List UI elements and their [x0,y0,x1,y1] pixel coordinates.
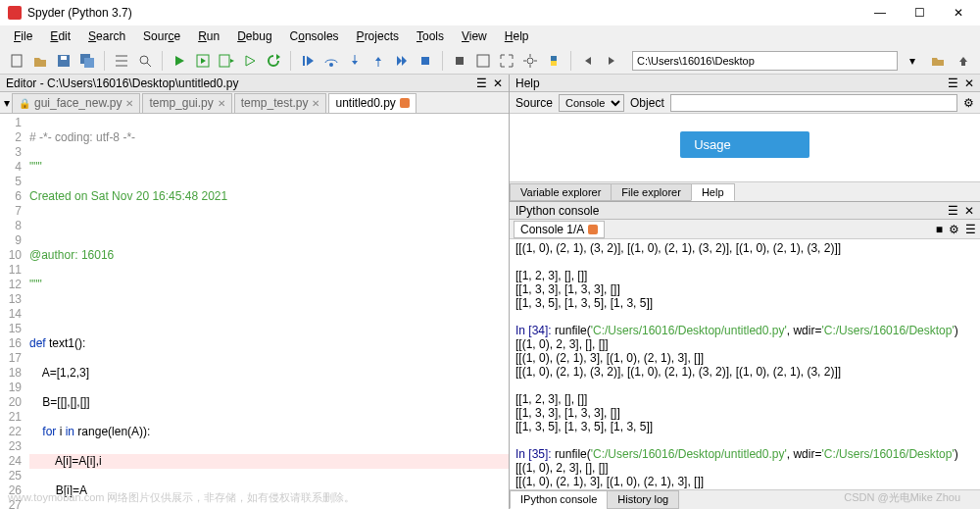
stop-debug-icon[interactable] [415,50,436,72]
find-icon[interactable] [134,50,156,72]
menu-search[interactable]: Search [80,27,133,45]
menu-file[interactable]: File [6,27,40,45]
tab-history-log[interactable]: History log [607,490,679,509]
console-output[interactable]: [[(1, 0), (2, 1), (3, 2)], [(1, 0), (2, … [510,239,980,489]
editor-header-label: Editor - C:\Users\16016\Desktop\untitled… [6,76,238,90]
svg-rect-25 [477,55,489,67]
help-source-select[interactable]: Console [559,94,624,112]
menu-tools[interactable]: Tools [409,27,452,45]
help-close-icon[interactable]: ✕ [964,76,974,90]
svg-point-26 [527,58,533,64]
debug-icon[interactable] [297,50,318,72]
svg-marker-27 [585,57,591,65]
svg-rect-30 [961,62,965,66]
outline-icon[interactable] [111,50,132,72]
editor-pane: Editor - C:\Users\16016\Desktop\untitled… [0,75,510,509]
svg-marker-12 [246,56,255,66]
editor-tab-temp-gui[interactable]: temp_gui.py ✕ [142,93,231,113]
forward-icon[interactable] [601,50,622,72]
menu-help[interactable]: Help [497,27,537,45]
fullscreen-icon[interactable] [496,50,517,72]
run-selection-icon[interactable] [239,50,261,72]
tab-variable-explorer[interactable]: Variable explorer [510,183,612,201]
open-file-icon[interactable] [29,50,51,72]
maximize-pane-icon[interactable] [472,50,494,72]
close-tab-icon[interactable]: ✕ [125,98,133,109]
console-tab-1a[interactable]: Console 1/A [514,221,605,238]
run-icon[interactable] [169,50,190,72]
editor-tab-gui-face-new[interactable]: gui_face_new.py ✕ [12,93,140,113]
help-body: Usage [510,114,980,181]
menu-source[interactable]: Source [135,27,188,45]
run-cell-icon[interactable] [192,50,214,72]
tab-ipython-console[interactable]: IPython console [510,490,608,509]
menu-edit[interactable]: Edit [42,27,78,45]
editor-close-icon[interactable]: ✕ [493,76,503,90]
svg-marker-11 [230,59,234,63]
minimize-button[interactable]: — [866,6,894,20]
help-gear-icon[interactable]: ⚙ [963,96,974,110]
preferences-icon[interactable] [519,50,541,72]
console-interrupt-icon[interactable]: ■ [936,223,943,236]
back-icon[interactable] [577,50,599,72]
ipython-console-pane: IPython console ☰ ✕ Console 1/A ■ ⚙ ☰ [[… [510,202,980,509]
tab-file-explorer[interactable]: File explorer [611,183,692,201]
lock-icon [19,96,30,110]
svg-marker-28 [609,57,614,65]
tab-list-icon[interactable]: ▾ [4,96,10,110]
help-object-label: Object [630,96,664,110]
svg-rect-10 [220,55,229,67]
editor-tab-temp-test[interactable]: temp_test.py ✕ [234,93,327,113]
editor-tab-untitled0[interactable]: untitled0.py [328,93,416,113]
console-tab-close-icon[interactable] [588,225,598,234]
run-cell-advance-icon[interactable] [216,50,237,72]
working-dir-input[interactable] [632,51,898,71]
titlebar: Spyder (Python 3.7) — ☐ ✕ [0,0,980,25]
modified-indicator-icon[interactable] [400,98,410,108]
help-options-icon[interactable]: ☰ [948,76,958,90]
svg-point-16 [329,63,333,67]
step-over-icon[interactable] [320,50,342,72]
close-tab-icon[interactable]: ✕ [312,98,319,109]
menu-view[interactable]: View [454,27,495,45]
new-file-icon[interactable] [6,50,27,72]
menu-run[interactable]: Run [190,27,227,45]
tab-label: gui_face_new.py [34,96,122,110]
tab-help[interactable]: Help [691,183,735,201]
menu-consoles[interactable]: Consoles [282,27,347,45]
svg-rect-24 [456,57,464,65]
save-icon[interactable] [53,50,74,72]
help-header-label: Help [515,76,540,90]
svg-marker-13 [276,54,280,60]
close-button[interactable]: ✕ [945,6,972,20]
svg-rect-2 [61,56,67,60]
help-object-input[interactable] [670,94,957,112]
console-close-icon[interactable]: ✕ [964,204,974,218]
path-dropdown-icon[interactable]: ▾ [902,50,923,72]
console-menu-icon[interactable]: ☰ [965,223,976,236]
python-path-icon[interactable] [543,50,564,72]
parent-dir-icon[interactable] [953,50,974,72]
usage-heading: Usage [680,131,809,158]
svg-point-5 [140,56,148,64]
console-gear-icon[interactable]: ⚙ [949,223,959,236]
menu-debug[interactable]: Debug [229,27,279,45]
tab-label: temp_test.py [241,96,309,110]
maximize-button[interactable]: ☐ [906,6,933,20]
close-tab-icon[interactable]: ✕ [218,98,225,109]
svg-marker-21 [397,56,402,66]
step-into-icon[interactable] [344,50,366,72]
menu-projects[interactable]: Projects [349,27,407,45]
save-all-icon[interactable] [76,50,98,72]
console-options-icon[interactable]: ☰ [948,204,958,218]
browse-folder-icon[interactable] [927,50,949,72]
step-out-icon[interactable] [368,50,389,72]
continue-icon[interactable] [391,50,413,72]
editor-options-icon[interactable]: ☰ [476,76,487,90]
code-editor[interactable]: 1234567891011121314151617181920212223242… [0,114,509,509]
code-body[interactable]: # -*- coding: utf-8 -*- """ Created on S… [25,114,509,509]
rerun-icon[interactable] [263,50,284,72]
stop-icon[interactable] [449,50,470,72]
svg-marker-18 [352,61,358,65]
svg-line-6 [147,63,151,67]
